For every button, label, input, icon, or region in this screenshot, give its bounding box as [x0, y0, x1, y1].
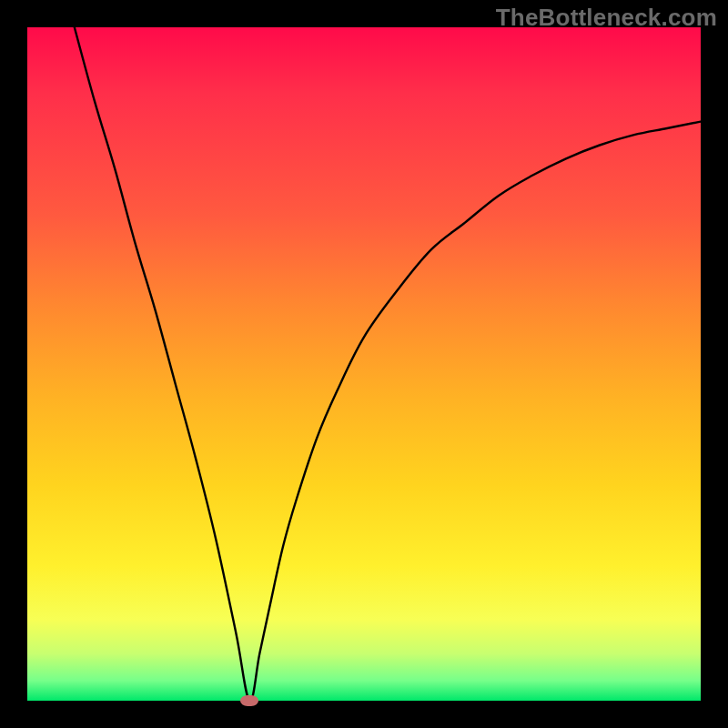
watermark-text: TheBottleneck.com	[496, 4, 717, 32]
chart-frame: TheBottleneck.com	[0, 0, 728, 728]
plot-area	[27, 27, 701, 701]
minimum-marker	[240, 695, 258, 706]
bottleneck-curve-path	[75, 27, 701, 701]
bottleneck-curve-svg	[27, 27, 701, 701]
